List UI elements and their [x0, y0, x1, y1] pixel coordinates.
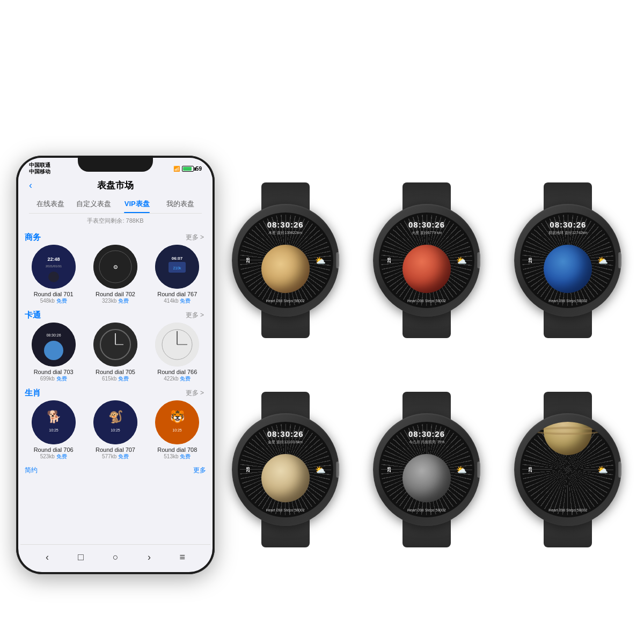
svg-point-13	[44, 341, 63, 360]
svg-text:2021/01/31: 2021/01/31	[46, 265, 62, 268]
dial-name-766: Round dial 766	[157, 369, 197, 375]
watch-container-moon: 08:30:26 今凸月 月面照亮 75% 28 ⛅ Heart 098 Ste…	[365, 392, 488, 547]
dial-thumb-766	[155, 323, 199, 367]
dial-thumb-708: 🐯10:25	[155, 400, 199, 444]
app-content[interactable]: 商务 更多 > 22:482021/01/31 Round dial 701 5…	[18, 230, 213, 572]
page-title: 表盘市场	[97, 179, 134, 192]
planet-venus	[261, 454, 310, 502]
crown-dot-saturn	[620, 456, 621, 460]
dial-meta-702: 323kb 免费	[102, 297, 129, 305]
bottom-more2-label[interactable]: 更多	[193, 466, 206, 475]
nav-square-icon[interactable]: □	[78, 552, 84, 563]
watch-saturn[interactable]: 08:30:26 土星 直径116464 km 28 ⛅ Heart 098 S…	[506, 392, 630, 547]
tab-mine[interactable]: 我的表盘	[159, 196, 202, 213]
bottom-moon: Heart 098 Steps 58002	[379, 508, 474, 512]
watches-grid: 08:30:26 木星 直径139822km 28 ⛅ Heart 098 St…	[215, 156, 639, 574]
bottom-more-label[interactable]: 简约	[25, 466, 38, 475]
watch-container-venus: 08:30:26 金星 直径12103.6km 28 ⛅ Heart 098 S…	[224, 392, 347, 547]
nav-triangle-icon[interactable]: ‹	[148, 552, 151, 563]
dial-meta-707: 577kb 免费	[102, 453, 129, 460]
bottom-saturn: Heart 098 Steps 58002	[520, 508, 616, 512]
signal-icon: 📶	[173, 166, 180, 172]
crown-dot-earth	[620, 247, 621, 251]
planet-jupiter	[261, 245, 310, 293]
weather-mars: ⛅	[456, 255, 467, 266]
date-moon: 28	[386, 467, 392, 472]
weather-venus: ⛅	[315, 465, 326, 475]
watch-mars[interactable]: 08:30:26 火星 直径6779 km 28 ⛅ Heart 098 Ste…	[365, 182, 488, 338]
date-saturn: 28	[528, 467, 533, 472]
crown-saturn	[618, 462, 621, 478]
phone-shell: 中国联通 中国移动 14:21 📶 59 ‹ 表盘市场	[16, 156, 215, 574]
bottom-jupiter: Heart 098 Steps 58002	[238, 299, 333, 303]
dial-item-701[interactable]: 22:482021/01/31 Round dial 701 548kb 免费	[25, 245, 82, 305]
subtitle-earth: 前蓝地球 直径12742km	[520, 230, 616, 236]
weather-jupiter: ⛅	[315, 255, 326, 266]
dial-item-706[interactable]: 🐕10:25 Round dial 706 523kb 免费	[25, 400, 82, 460]
planet-mars	[402, 245, 451, 293]
section-cartoon-title: 卡通	[25, 310, 41, 320]
dial-item-703[interactable]: 08:30:26 Round dial 703 699kb 免费	[25, 323, 82, 383]
section-zodiac-more[interactable]: 更多 >	[186, 389, 204, 398]
svg-text:22:48: 22:48	[47, 257, 60, 262]
dial-thumb-705	[93, 323, 137, 367]
dial-item-708[interactable]: 🐯10:25 Round dial 708 513kb 免费	[149, 400, 206, 460]
dial-name-707: Round dial 707	[96, 447, 135, 453]
tab-custom[interactable]: 自定义表盘	[72, 196, 116, 213]
nav-circle-icon[interactable]: ○	[113, 552, 119, 563]
subtitle-moon: 今凸月 月面照亮 75%	[379, 440, 474, 445]
title-row: ‹ 表盘市场	[29, 179, 202, 192]
dial-thumb-707: 🐒10:25	[93, 400, 137, 444]
planet-earth	[544, 245, 592, 293]
dial-name-767: Round dial 767	[157, 291, 197, 297]
section-cartoon-more[interactable]: 更多 >	[186, 311, 204, 320]
carrier1: 中国联通	[29, 162, 50, 169]
dial-meta-766: 422kb 免费	[164, 375, 191, 383]
section-business-more[interactable]: 更多 >	[186, 233, 204, 242]
dial-thumb-706: 🐕10:25	[32, 400, 76, 444]
dial-item-707[interactable]: 🐒10:25 Round dial 707 577kb 免费	[86, 400, 144, 460]
dial-meta-708: 513kb 免费	[164, 453, 191, 460]
dial-name-703: Round dial 703	[34, 369, 74, 375]
battery-pct: 59	[196, 166, 202, 172]
tab-vip[interactable]: VIP表盘	[115, 196, 159, 213]
watch-container-earth: 08:30:26 前蓝地球 直径12742km 28 ⛅ Heart 098 S…	[506, 182, 630, 338]
planet-moon	[402, 454, 451, 502]
storage-info: 手表空间剩余: 788KB	[29, 217, 202, 225]
date-jupiter: 28	[245, 258, 251, 263]
dial-item-766[interactable]: Round dial 766 422kb 免费	[149, 323, 206, 383]
watch-body-venus: 08:30:26 金星 直径12103.6km 28 ⛅ Heart 098 S…	[232, 413, 339, 526]
battery-icon	[182, 166, 194, 172]
business-dial-grid: 22:482021/01/31 Round dial 701 548kb 免费 …	[25, 245, 206, 305]
dial-item-767[interactable]: 06:07210k Round dial 767 414kb 免费	[149, 245, 206, 305]
svg-text:08:30:26: 08:30:26	[46, 333, 61, 337]
time-moon: 08:30:26	[379, 429, 474, 438]
watch-face-mars: 08:30:26 火星 直径6779 km 28 ⛅ Heart 098 Ste…	[379, 213, 474, 308]
watch-earth[interactable]: 08:30:26 前蓝地球 直径12742km 28 ⛅ Heart 098 S…	[506, 182, 630, 338]
watch-venus[interactable]: 08:30:26 金星 直径12103.6km 28 ⛅ Heart 098 S…	[224, 392, 347, 547]
dial-thumb-702: ⊙	[93, 245, 137, 289]
bottom-earth: Heart 098 Steps 58002	[520, 299, 616, 303]
dial-meta-701: 548kb 免费	[40, 297, 67, 305]
section-zodiac-title: 生肖	[25, 388, 41, 398]
dial-meta-767: 414kb 免费	[164, 297, 191, 305]
dial-item-702[interactable]: ⊙ Round dail 702 323kb 免费	[86, 245, 144, 305]
watch-face-moon: 08:30:26 今凸月 月面照亮 75% 28 ⛅ Heart 098 Ste…	[379, 422, 474, 517]
dial-meta-705: 615kb 免费	[102, 375, 129, 383]
svg-text:⊙: ⊙	[113, 264, 118, 270]
time-venus: 08:30:26	[238, 429, 333, 438]
bottom-mars: Heart 098 Steps 58002	[379, 299, 474, 303]
back-button[interactable]: ‹	[29, 180, 32, 191]
weather-moon: ⛅	[456, 465, 467, 475]
watch-body-moon: 08:30:26 今凸月 月面照亮 75% 28 ⛅ Heart 098 Ste…	[373, 413, 480, 526]
nav-menu-icon[interactable]: ≡	[179, 552, 185, 563]
watch-moon[interactable]: 08:30:26 今凸月 月面照亮 75% 28 ⛅ Heart 098 Ste…	[365, 392, 488, 547]
date-mars: 28	[386, 258, 392, 263]
dial-item-705[interactable]: Round dial 705 615kb 免费	[86, 323, 144, 383]
tab-online[interactable]: 在线表盘	[29, 196, 72, 213]
phone-screen: 中国联通 中国移动 14:21 📶 59 ‹ 表盘市场	[18, 158, 213, 572]
nav-back-icon[interactable]: ‹	[46, 552, 49, 563]
watch-container-mars: 08:30:26 火星 直径6779 km 28 ⛅ Heart 098 Ste…	[365, 182, 488, 338]
watch-jupiter[interactable]: 08:30:26 木星 直径139822km 28 ⛅ Heart 098 St…	[224, 182, 347, 338]
date-earth: 28	[528, 258, 533, 263]
